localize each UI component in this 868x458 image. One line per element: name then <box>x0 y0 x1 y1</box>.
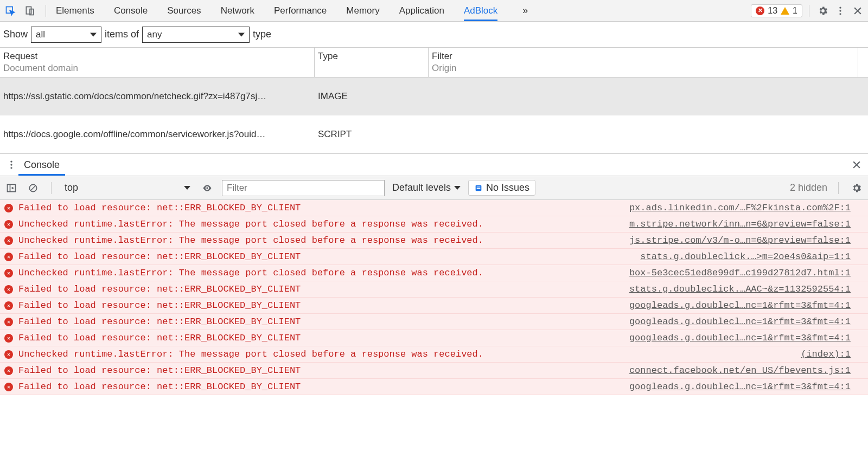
warning-icon <box>781 7 789 15</box>
top-bar-right: ✕ 13 1 <box>751 4 865 18</box>
log-source-link[interactable]: m.stripe.network/inn…n=6&preview=false:1 <box>629 219 851 229</box>
divider <box>46 5 46 17</box>
tab-memory[interactable]: Memory <box>346 1 379 21</box>
svg-rect-19 <box>477 186 481 187</box>
more-tabs-icon[interactable]: » <box>517 5 533 16</box>
log-source-link[interactable]: box-5e3cec51ed8e99df…c199d27812d7.html:1 <box>629 268 851 278</box>
cell-request: https://ssl.gstatic.com/docs/common/netc… <box>0 91 315 102</box>
console-filter-input[interactable] <box>222 180 385 196</box>
svg-rect-20 <box>477 188 481 189</box>
kebab-menu-icon[interactable] <box>833 4 847 18</box>
cell-type: SCRIPT <box>315 129 429 140</box>
log-source-link[interactable]: js.stripe.com/v3/m-o…n=6&preview=false:1 <box>629 235 851 246</box>
error-icon: ✕ <box>4 220 13 229</box>
log-levels-select[interactable]: Default levels <box>392 182 461 193</box>
settings-icon[interactable] <box>816 4 830 18</box>
log-row[interactable]: ✕Failed to load resource: net::ERR_BLOCK… <box>0 330 868 346</box>
log-source-link[interactable]: stats.g.doubleclick.…AAC~&z=1132592554:1 <box>629 284 851 294</box>
scroll-gutter <box>858 48 868 77</box>
table-row[interactable]: https://ssl.gstatic.com/docs/common/netc… <box>0 78 868 115</box>
live-expression-icon[interactable] <box>200 181 214 195</box>
show-select[interactable]: all <box>31 27 101 43</box>
error-icon: ✕ <box>756 7 764 15</box>
log-source-link[interactable]: googleads.g.doublecl…nc=1&rfmt=3&fmt=4:1 <box>629 382 851 392</box>
drawer-tab-console[interactable]: Console <box>18 154 65 176</box>
col-type[interactable]: Type <box>315 48 429 77</box>
error-icon: ✕ <box>4 318 13 326</box>
divider <box>809 5 809 17</box>
log-source-link[interactable]: connect.facebook.net/en_US/fbevents.js:1 <box>629 365 851 376</box>
hidden-count[interactable]: 2 hidden <box>790 182 827 193</box>
requests-table-header: Request Document domain Type Filter Orig… <box>0 48 868 78</box>
log-message: Failed to load resource: net::ERR_BLOCKE… <box>18 365 624 376</box>
log-message: Failed to load resource: net::ERR_BLOCKE… <box>18 333 624 343</box>
svg-point-10 <box>10 167 12 169</box>
error-icon: ✕ <box>4 285 13 294</box>
divider <box>51 182 52 194</box>
chevron-down-icon <box>184 186 190 190</box>
close-drawer-icon[interactable] <box>850 158 864 172</box>
log-row[interactable]: ✕Unchecked runtime.lastError: The messag… <box>0 346 868 363</box>
console-log-area[interactable]: ✕Failed to load resource: net::ERR_BLOCK… <box>0 200 868 458</box>
svg-point-8 <box>10 161 12 163</box>
chevron-down-icon <box>454 186 461 190</box>
log-row[interactable]: ✕Failed to load resource: net::ERR_BLOCK… <box>0 298 868 314</box>
log-row[interactable]: ✕Failed to load resource: net::ERR_BLOCK… <box>0 314 868 330</box>
tab-application[interactable]: Application <box>399 1 444 21</box>
log-row[interactable]: ✕Failed to load resource: net::ERR_BLOCK… <box>0 249 868 265</box>
cell-type: IMAGE <box>315 91 429 102</box>
log-message: Failed to load resource: net::ERR_BLOCKE… <box>18 300 624 311</box>
svg-point-17 <box>206 187 208 189</box>
log-source-link[interactable]: px.ads.linkedin.com/…F%2Fkinsta.com%2F:1 <box>629 203 851 213</box>
tab-network[interactable]: Network <box>221 1 254 21</box>
svg-line-16 <box>30 185 36 191</box>
issues-button[interactable]: No Issues <box>468 180 535 196</box>
clear-console-icon[interactable] <box>26 181 40 195</box>
inspect-element-icon[interactable] <box>3 4 17 18</box>
top-bar-left <box>3 4 49 18</box>
log-source-link[interactable]: googleads.g.doublecl…nc=1&rfmt=3&fmt=4:1 <box>629 333 851 343</box>
log-row[interactable]: ✕Unchecked runtime.lastError: The messag… <box>0 265 868 281</box>
table-row[interactable]: https://docs.google.com/offline/common/s… <box>0 115 868 153</box>
console-drawer-header: Console <box>0 153 868 176</box>
log-message: Failed to load resource: net::ERR_BLOCKE… <box>18 251 635 262</box>
context-select[interactable]: top <box>62 181 193 195</box>
log-row[interactable]: ✕Unchecked runtime.lastError: The messag… <box>0 216 868 233</box>
log-source-link[interactable]: (index):1 <box>801 349 851 359</box>
col-filter[interactable]: Filter Origin <box>429 48 858 77</box>
drawer-menu-icon[interactable] <box>4 158 18 172</box>
cell-request: https://docs.google.com/offline/common/s… <box>0 129 315 140</box>
tab-elements[interactable]: Elements <box>56 1 94 21</box>
log-message: Unchecked runtime.lastError: The message… <box>18 235 624 246</box>
log-message: Failed to load resource: net::ERR_BLOCKE… <box>18 284 624 294</box>
error-icon: ✕ <box>4 204 13 212</box>
log-message: Unchecked runtime.lastError: The message… <box>18 219 624 229</box>
type-select[interactable]: any <box>142 27 250 43</box>
log-source-link[interactable]: googleads.g.doublecl…nc=1&rfmt=3&fmt=4:1 <box>629 300 851 311</box>
console-sidebar-toggle-icon[interactable] <box>4 181 18 195</box>
show-label: Show <box>3 29 28 40</box>
col-request[interactable]: Request Document domain <box>0 48 315 77</box>
devtools-top-bar: Elements Console Sources Network Perform… <box>0 0 868 22</box>
log-source-link[interactable]: stats.g.doubleclick.…>m=2oe4s0&aip=1:1 <box>640 251 851 262</box>
tab-console[interactable]: Console <box>114 1 148 21</box>
error-warning-badge[interactable]: ✕ 13 1 <box>751 4 802 17</box>
log-row[interactable]: ✕Failed to load resource: net::ERR_BLOCK… <box>0 379 868 395</box>
device-toolbar-icon[interactable] <box>23 4 37 18</box>
log-message: Failed to load resource: net::ERR_BLOCKE… <box>18 317 624 327</box>
requests-table-body[interactable]: https://ssl.gstatic.com/docs/common/netc… <box>0 78 868 153</box>
log-row[interactable]: ✕Failed to load resource: net::ERR_BLOCK… <box>0 200 868 216</box>
tab-performance[interactable]: Performance <box>274 1 327 21</box>
log-message: Unchecked runtime.lastError: The message… <box>18 349 795 359</box>
tab-adblock[interactable]: AdBlock <box>464 1 497 21</box>
divider <box>838 182 839 194</box>
log-row[interactable]: ✕Failed to load resource: net::ERR_BLOCK… <box>0 363 868 379</box>
close-devtools-icon[interactable] <box>851 4 865 18</box>
log-row[interactable]: ✕Unchecked runtime.lastError: The messag… <box>0 233 868 249</box>
log-message: Failed to load resource: net::ERR_BLOCKE… <box>18 382 624 392</box>
log-source-link[interactable]: googleads.g.doublecl…nc=1&rfmt=3&fmt=4:1 <box>629 317 851 327</box>
tab-sources[interactable]: Sources <box>167 1 201 21</box>
log-row[interactable]: ✕Failed to load resource: net::ERR_BLOCK… <box>0 281 868 298</box>
adblock-filter-bar: Show all items of any type <box>0 22 868 48</box>
console-settings-icon[interactable] <box>850 181 864 195</box>
